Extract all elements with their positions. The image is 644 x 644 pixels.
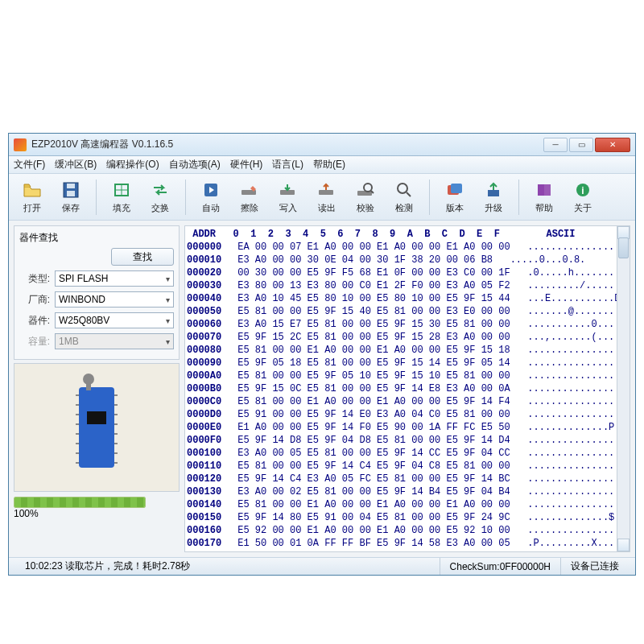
tool-read[interactable]: 读出 xyxy=(310,180,344,214)
status-connection: 设备已连接 xyxy=(561,558,629,575)
menu-help[interactable]: 帮助(E) xyxy=(313,158,345,171)
svg-rect-16 xyxy=(79,387,114,468)
menu-buffer[interactable]: 缓冲区(B) xyxy=(55,158,97,171)
progress-wrap: 100% xyxy=(14,497,180,519)
menu-hardware[interactable]: 硬件(H) xyxy=(230,158,263,171)
svg-point-10 xyxy=(398,184,407,193)
write-icon xyxy=(278,180,299,200)
menu-ops[interactable]: 编程操作(O) xyxy=(106,158,159,171)
verify-icon xyxy=(355,180,376,200)
vendor-combo[interactable]: WINBOND xyxy=(55,291,174,308)
svg-rect-13 xyxy=(488,190,499,196)
menu-language[interactable]: 语言(L) xyxy=(272,158,303,171)
capacity-label: 容量: xyxy=(19,335,50,349)
tool-auto[interactable]: 自动 xyxy=(194,180,228,214)
device-group: 器件查找 查找 类型:SPI FLASH 厂商:WINBOND 器件:W25Q8… xyxy=(14,225,180,360)
status-message: 10:02:23 读取芯片，完成！耗时2.78秒 xyxy=(15,558,440,575)
book-icon xyxy=(534,180,555,200)
folder-open-icon xyxy=(22,180,43,200)
part-combo[interactable]: W25Q80BV xyxy=(55,312,174,328)
upgrade-icon xyxy=(483,180,504,200)
window-title: EZP2010V 高速编程器 V0.1.16.5 xyxy=(31,138,173,151)
progress-percent: 100% xyxy=(14,508,39,519)
play-icon xyxy=(200,180,221,200)
menubar: 文件(F) 缓冲区(B) 编程操作(O) 自动选项(A) 硬件(H) 语言(L)… xyxy=(9,156,635,174)
left-pane: 器件查找 查找 类型:SPI FLASH 厂商:WINBOND 器件:W25Q8… xyxy=(9,221,184,557)
tool-version[interactable]: 版本 xyxy=(438,180,472,214)
part-label: 器件: xyxy=(19,314,50,328)
tool-upgrade[interactable]: 升级 xyxy=(477,180,510,214)
statusbar: 10:02:23 读取芯片，完成！耗时2.78秒 CheckSum:0FF000… xyxy=(9,557,635,575)
tool-about[interactable]: i关于 xyxy=(566,180,600,214)
tool-verify[interactable]: 校验 xyxy=(349,180,382,214)
save-icon xyxy=(60,180,81,200)
scroll-thumb[interactable] xyxy=(618,237,629,258)
svg-rect-35 xyxy=(86,382,91,390)
type-combo[interactable]: SPI FLASH xyxy=(55,270,174,287)
vendor-label: 厂商: xyxy=(19,293,50,307)
svg-point-9 xyxy=(364,184,372,192)
progress-bar xyxy=(14,497,146,508)
erase-icon xyxy=(239,180,260,200)
fill-icon xyxy=(111,180,132,200)
device-group-title: 器件查找 xyxy=(19,231,174,245)
find-button[interactable]: 查找 xyxy=(111,248,174,266)
hex-view: ADDR 0 1 2 3 4 5 6 7 8 9 A B C D E F ASC… xyxy=(184,225,630,552)
tool-erase[interactable]: 擦除 xyxy=(233,180,266,214)
menu-auto[interactable]: 自动选项(A) xyxy=(169,158,221,171)
titlebar[interactable]: EZP2010V 高速编程器 V0.1.16.5 ─ ▭ ✕ xyxy=(9,134,635,156)
toolbar: 打开 保存 填充 交换 自动 擦除 写入 读出 校验 检测 版本 升级 帮助 i… xyxy=(9,174,635,221)
svg-rect-12 xyxy=(451,184,462,193)
svg-text:i: i xyxy=(581,185,584,196)
magnify-icon xyxy=(394,180,415,200)
svg-rect-2 xyxy=(67,191,75,196)
svg-rect-1 xyxy=(67,184,75,188)
tool-write[interactable]: 写入 xyxy=(271,180,305,214)
vertical-scrollbar[interactable] xyxy=(617,226,630,551)
menu-file[interactable]: 文件(F) xyxy=(14,158,45,171)
tool-swap[interactable]: 交换 xyxy=(143,180,177,214)
info-icon: i xyxy=(572,180,593,200)
app-icon xyxy=(14,138,27,151)
version-icon xyxy=(444,180,465,200)
tool-help[interactable]: 帮助 xyxy=(527,180,561,214)
svg-rect-17 xyxy=(87,411,106,424)
status-checksum: CheckSum:0FF00000H xyxy=(440,558,561,575)
read-icon xyxy=(316,180,337,200)
tool-save[interactable]: 保存 xyxy=(54,180,88,214)
type-label: 类型: xyxy=(19,272,50,286)
app-window: EZP2010V 高速编程器 V0.1.16.5 ─ ▭ ✕ 文件(F) 缓冲区… xyxy=(8,133,636,576)
svg-rect-7 xyxy=(319,190,333,195)
capacity-combo: 1MB xyxy=(55,333,174,349)
swap-icon xyxy=(150,180,171,200)
tool-open[interactable]: 打开 xyxy=(15,180,49,214)
tool-detect[interactable]: 检测 xyxy=(387,180,421,214)
close-button[interactable]: ✕ xyxy=(595,138,630,152)
maximize-button[interactable]: ▭ xyxy=(569,138,593,152)
content-area: 器件查找 查找 类型:SPI FLASH 厂商:WINBOND 器件:W25Q8… xyxy=(9,221,635,557)
hex-content[interactable]: ADDR 0 1 2 3 4 5 6 7 8 9 A B C D E F ASC… xyxy=(185,226,617,551)
chip-image xyxy=(14,363,180,492)
tool-fill[interactable]: 填充 xyxy=(105,180,138,214)
minimize-button[interactable]: ─ xyxy=(543,138,568,152)
